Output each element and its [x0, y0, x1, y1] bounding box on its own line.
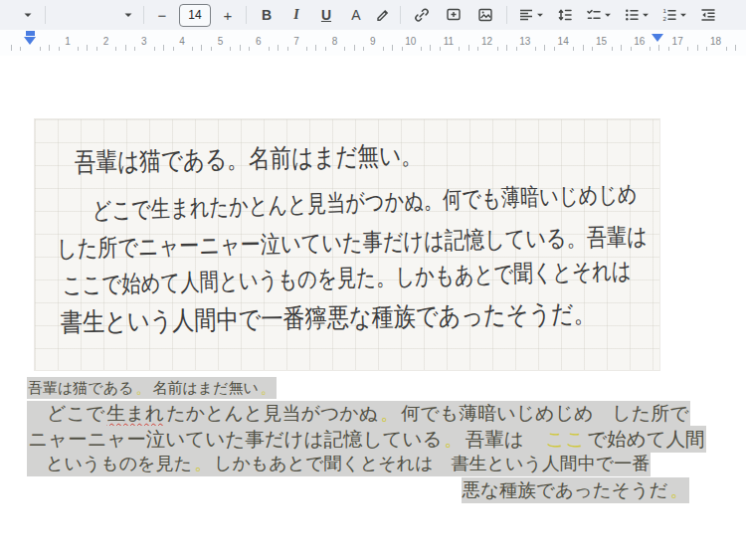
ocr-line[interactable]: ニャーニャー泣いていた事だけは記憶している。吾輩は ここで始めて人間	[27, 427, 689, 453]
handwritten-line: どこで生まれたかとんと見当がつかぬ。何でも薄暗いじめじめ	[92, 180, 638, 224]
ruler: 123456789101112131415161718	[0, 30, 746, 56]
ruler-tick	[621, 45, 622, 51]
ruler-tick	[430, 45, 431, 51]
ruler-tick	[287, 47, 288, 51]
ruler-tick	[11, 45, 12, 51]
toolbar-separator	[506, 6, 507, 24]
ruler-tick	[697, 45, 698, 51]
ocr-text-block[interactable]: 吾輩は猫である。名前はまだ無い。 どこで生まれたかとんと見当がつかぬ。何でも薄暗…	[27, 375, 689, 503]
ocr-text: 名前はまだ無い	[151, 377, 259, 399]
ruler-tick	[497, 47, 498, 51]
chevron-down-icon	[641, 10, 651, 20]
bold-button[interactable]: B	[252, 2, 281, 28]
ruler-unit-label: 6	[256, 36, 262, 47]
font-family-dropdown[interactable]	[51, 3, 138, 27]
ruler-unit-label: 9	[370, 36, 376, 47]
docs-editor-window: − 14 + B I U A	[0, 0, 746, 560]
ruler-tick	[192, 47, 193, 51]
ruler-tick	[249, 47, 250, 51]
ruler-tick	[163, 45, 164, 51]
ocr-line[interactable]: 吾輩は猫である。名前はまだ無い。	[27, 375, 689, 401]
indent-icon[interactable]	[693, 2, 723, 28]
document-canvas[interactable]: 吾輩は猫である。名前はまだ無い。どこで生まれたかとんと見当がつかぬ。何でも薄暗い…	[0, 56, 746, 560]
ruler-tick	[706, 47, 707, 51]
ocr-misspelled-text: 生まれ	[105, 401, 165, 427]
ruler-unit-label: 1	[65, 36, 71, 47]
add-comment-icon[interactable]	[438, 2, 469, 28]
first-line-indent-marker[interactable]	[26, 31, 35, 36]
ruler-tick	[468, 45, 469, 51]
handwritten-line: した所でニャーニャー泣いていた事だけは記憶している。吾輩は	[57, 223, 648, 262]
ruler-tick	[78, 47, 79, 51]
ruler-tick	[306, 47, 307, 51]
styles-dropdown-caret-icon[interactable]	[16, 2, 40, 28]
ruler-tick	[269, 47, 270, 51]
ruler-tick	[658, 45, 659, 51]
ruler-tick	[477, 47, 478, 51]
right-indent-marker[interactable]	[652, 34, 663, 42]
insert-image-icon[interactable]	[469, 2, 501, 28]
ruler-tick	[440, 47, 441, 51]
ruler-tick	[421, 47, 422, 51]
font-size-input[interactable]: 14	[179, 4, 211, 27]
ruler-unit-label: 13	[519, 36, 530, 47]
align-button[interactable]	[512, 2, 550, 28]
ruler-tick	[506, 45, 507, 51]
ruler-unit-label: 15	[596, 36, 607, 47]
ocr-line[interactable]: というものを見た。しかもあとで聞くとそれは 書生という人間中で一番	[27, 452, 689, 477]
ruler-tick	[363, 47, 364, 51]
toolbar-separator	[143, 6, 144, 24]
ruler-unit-label: 11	[444, 36, 454, 47]
increase-font-size-button[interactable]: +	[215, 2, 241, 28]
ruler-tick	[201, 45, 202, 51]
ruler-tick	[115, 47, 116, 51]
ruler-tick	[230, 47, 231, 51]
underline-button[interactable]: U	[311, 2, 341, 28]
svg-text:2: 2	[663, 15, 667, 22]
svg-text:1: 1	[663, 7, 667, 14]
ocr-low-confidence-text: 。	[193, 452, 213, 476]
toolbar-separator	[246, 6, 247, 24]
ocr-low-confidence-text: 。	[260, 377, 277, 399]
ruler-tick	[173, 47, 174, 51]
ruler-tick	[668, 47, 669, 51]
ocr-line[interactable]: 悪な種族であったそうだ。	[27, 477, 689, 503]
toolbar-separator	[45, 6, 46, 24]
ruler-tick	[535, 47, 536, 51]
ruler-unit-label: 10	[405, 36, 416, 47]
checklist-button[interactable]	[580, 2, 618, 28]
ocr-text: 何でも薄暗いじめじめ した所で	[400, 401, 689, 427]
text-color-button[interactable]: A	[341, 2, 371, 28]
numbered-list-button[interactable]: 1 2	[655, 2, 693, 28]
decrease-font-size-button[interactable]: −	[149, 2, 175, 28]
ruler-tick	[459, 47, 460, 51]
line-spacing-icon[interactable]	[550, 2, 580, 28]
handwritten-note-image[interactable]: 吾輩は猫である。名前はまだ無い。どこで生まれたかとんと見当がつかぬ。何でも薄暗い…	[35, 119, 659, 370]
ocr-low-confidence-text: 。	[379, 401, 400, 427]
ocr-line[interactable]: どこで生まれたかとんと見当がつかぬ。何でも薄暗いじめじめ した所で	[27, 401, 689, 427]
ocr-low-confidence-text: 。	[134, 377, 151, 399]
ruler-tick	[650, 47, 651, 51]
ocr-text: ニャーニャー泣いていた事だけは記憶している	[27, 426, 443, 453]
ruler-tick	[40, 47, 41, 51]
toolbar-separator	[400, 6, 401, 24]
ruler-unit-label: 18	[710, 36, 721, 47]
ruler-tick	[240, 45, 241, 51]
left-indent-marker[interactable]	[24, 37, 36, 45]
ruler-unit-label: 3	[141, 36, 147, 47]
ruler-tick	[516, 47, 517, 51]
highlight-pen-icon[interactable]	[371, 2, 395, 28]
bulleted-list-button[interactable]	[618, 2, 655, 28]
ocr-text: しかもあとで聞くとそれは 書生という人間中で一番	[213, 452, 651, 476]
insert-link-icon[interactable]	[406, 2, 438, 28]
handwritten-line: 書生という人間中で一番獰悪な種族であったそうだ。	[61, 298, 596, 337]
ocr-text: というものを見た	[27, 452, 193, 476]
ruler-tick	[687, 47, 688, 51]
ruler-tick	[402, 47, 403, 51]
chevron-down-icon	[603, 10, 613, 20]
ruler-tick	[592, 47, 593, 51]
ruler-tick	[125, 45, 126, 51]
italic-button[interactable]: I	[281, 2, 311, 28]
ruler-tick	[544, 45, 545, 51]
ruler-unit-label: 5	[218, 36, 224, 47]
